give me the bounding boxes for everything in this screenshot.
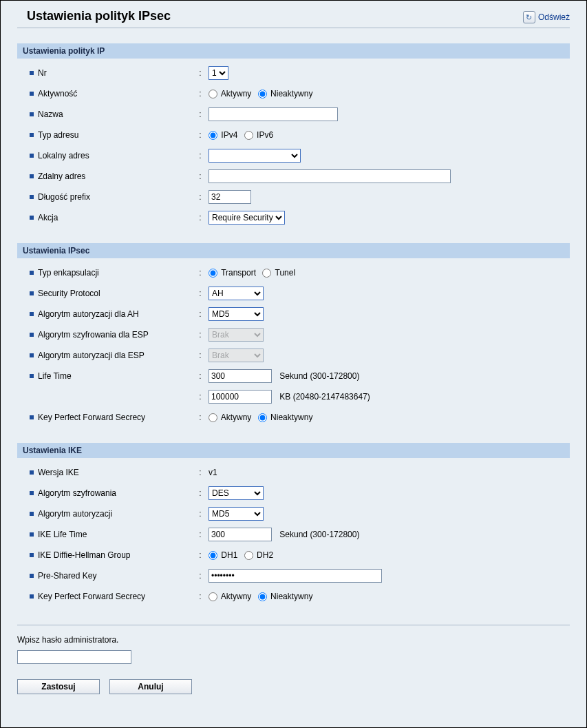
label-ike-auth: Algorytm autoryzacji — [38, 509, 112, 519]
label-ah-auth: Algorytm autoryzacji dla AH — [38, 309, 139, 319]
ipsec-pfs-active-option[interactable]: Aktywny — [209, 413, 251, 422]
refresh-icon: ↻ — [523, 11, 535, 23]
ipsec-pfs-inactive-option[interactable]: Nieaktywny — [258, 413, 313, 422]
label-local-addr: Lokalny adres — [38, 151, 89, 160]
label-secproto: Security Protocol — [38, 289, 100, 298]
encap-tunnel-option[interactable]: Tunel — [262, 268, 295, 278]
label-activity: Aktywność — [38, 89, 77, 98]
label-remote-addr: Zdalny adres — [38, 171, 85, 181]
esp-enc-select: Brak — [209, 328, 264, 342]
ike-dh1-option[interactable]: DH1 — [209, 550, 237, 560]
label-ike-pfs: Key Perfect Forward Secrecy — [38, 592, 145, 601]
action-select[interactable]: Require Security — [209, 211, 285, 225]
remote-addr-input[interactable] — [209, 169, 451, 183]
apply-button[interactable]: Zastosuj — [17, 679, 100, 694]
label-addr-type: Typ adresu — [38, 130, 78, 140]
label-encap: Typ enkapsulacji — [38, 268, 99, 278]
admin-password-prompt: Wpisz hasło administratora. — [17, 635, 570, 645]
label-ike-enc: Algorytm szyfrowania — [38, 488, 116, 498]
label-esp-auth: Algorytm autoryzacji dla ESP — [38, 351, 145, 360]
label-ike-dh: IKE Diffie-Hellman Group — [38, 550, 131, 560]
refresh-button[interactable]: ↻ Odśwież — [523, 11, 570, 23]
label-esp-enc: Algorytm szyfrowania dla ESP — [38, 330, 149, 340]
local-addr-select[interactable] — [209, 149, 301, 163]
label-action: Akcja — [38, 213, 58, 222]
prefix-input[interactable] — [209, 190, 251, 204]
ike-life-hint: Sekund (300-172800) — [279, 530, 359, 539]
label-ipsec-pfs: Key Perfect Forward Secrecy — [38, 413, 145, 422]
life-sec-hint: Sekund (300-172800) — [279, 371, 359, 381]
name-input[interactable] — [209, 107, 338, 121]
ike-dh2-option[interactable]: DH2 — [244, 550, 273, 560]
addr-type-ipv6-option[interactable]: IPv6 — [244, 130, 273, 140]
ike-life-input[interactable] — [209, 528, 272, 541]
ah-auth-select[interactable]: MD5 — [209, 307, 264, 321]
addr-type-ipv4-option[interactable]: IPv4 — [209, 130, 237, 140]
label-prefix: Długość prefix — [38, 192, 90, 202]
psk-input[interactable] — [209, 569, 382, 583]
life-kb-hint: KB (20480-2147483647) — [279, 392, 370, 402]
admin-password-input[interactable] — [17, 650, 131, 664]
label-ike-version: Wersja IKE — [38, 468, 79, 477]
nr-select[interactable]: 1 — [209, 66, 228, 80]
esp-auth-select: Brak — [209, 349, 264, 362]
refresh-label: Odśwież — [538, 12, 570, 22]
ike-version-value: v1 — [209, 468, 217, 477]
section-bar-ipsec: Ustawienia IPsec — [17, 243, 570, 258]
activity-inactive-option[interactable]: Nieaktywny — [258, 89, 313, 98]
ike-auth-select[interactable]: MD5 — [209, 507, 264, 521]
encap-transport-option[interactable]: Transport — [209, 268, 256, 278]
ike-pfs-active-option[interactable]: Aktywny — [209, 592, 251, 601]
activity-active-option[interactable]: Aktywny — [209, 89, 251, 98]
ike-enc-select[interactable]: DES — [209, 486, 264, 500]
label-ike-life: IKE Life Time — [38, 530, 87, 539]
ike-pfs-inactive-option[interactable]: Nieaktywny — [258, 592, 313, 601]
secproto-select[interactable]: AH — [209, 287, 264, 300]
page-title: Ustawienia polityk IPsec — [27, 9, 171, 23]
life-sec-input[interactable] — [209, 369, 272, 383]
section-bar-ip: Ustawienia polityk IP — [17, 43, 570, 59]
label-psk: Pre-Shared Key — [38, 571, 96, 581]
section-bar-ike: Ustawienia IKE — [17, 443, 570, 458]
label-life: Life Time — [38, 371, 72, 381]
cancel-button[interactable]: Anuluj — [109, 679, 192, 694]
life-kb-input[interactable] — [209, 390, 272, 404]
label-nr: Nr — [38, 68, 47, 78]
label-name: Nazwa — [38, 110, 63, 119]
